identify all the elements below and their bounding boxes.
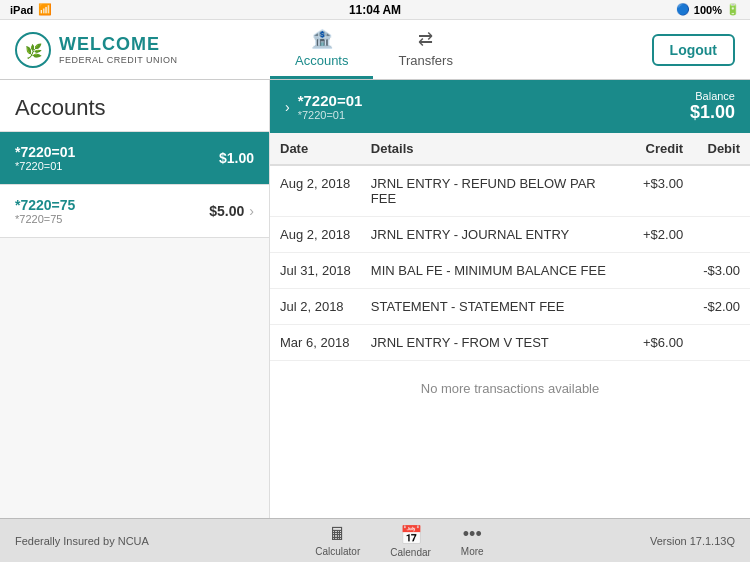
txn-debit-1 (693, 217, 750, 253)
table-row: Aug 2, 2018 JRNL ENTRY - JOURNAL ENTRY +… (270, 217, 750, 253)
txn-debit-2: -$3.00 (693, 253, 750, 289)
transaction-table: Date Details Credit Debit Aug 2, 2018 JR… (270, 133, 750, 361)
main-content: Accounts *7220=01 *7220=01 $1.00 *7220=7… (0, 80, 750, 518)
battery-label: 100% (694, 4, 722, 16)
col-debit: Debit (693, 133, 750, 165)
calendar-icon: 📅 (400, 524, 422, 546)
version-label: Version 17.1.13Q (650, 535, 735, 547)
account-balance-1: $1.00 (219, 150, 254, 166)
sidebar-title: Accounts (0, 80, 269, 132)
txn-detail-4: JRNL ENTRY - FROM V TEST (361, 325, 633, 361)
more-icon: ••• (463, 524, 482, 545)
svg-text:🌿: 🌿 (25, 43, 43, 60)
tab-accounts[interactable]: 🏦 Accounts (270, 20, 373, 79)
calendar-label: Calendar (390, 547, 431, 558)
txn-credit-0: +$3.00 (633, 165, 693, 217)
txn-balance-block: Balance $1.00 (690, 90, 735, 123)
txn-account-info: *7220=01 *7220=01 (298, 92, 363, 121)
table-row: Mar 6, 2018 JRNL ENTRY - FROM V TEST +$6… (270, 325, 750, 361)
bottom-bar: Federally Insured by NCUA 🖩 Calculator 📅… (0, 518, 750, 562)
tab-accounts-label: Accounts (295, 53, 348, 68)
txn-date-3: Jul 2, 2018 (270, 289, 361, 325)
txn-credit-3 (633, 289, 693, 325)
chevron-right-icon-2: › (249, 203, 254, 219)
bottom-tab-calendar[interactable]: 📅 Calendar (390, 524, 431, 558)
ipad-label: iPad (10, 4, 33, 16)
account-number-1: *7220=01 (15, 160, 75, 172)
logout-button[interactable]: Logout (652, 34, 735, 66)
account-item-2[interactable]: *7220=75 *7220=75 $5.00 › (0, 185, 269, 238)
txn-date-2: Jul 31, 2018 (270, 253, 361, 289)
bluetooth-icon: 🔵 (676, 3, 690, 16)
txn-debit-4 (693, 325, 750, 361)
txn-date-1: Aug 2, 2018 (270, 217, 361, 253)
txn-date-4: Mar 6, 2018 (270, 325, 361, 361)
txn-detail-3: STATEMENT - STATEMENT FEE (361, 289, 633, 325)
calculator-label: Calculator (315, 546, 360, 557)
table-row: Jul 2, 2018 STATEMENT - STATEMENT FEE -$… (270, 289, 750, 325)
txn-date-0: Aug 2, 2018 (270, 165, 361, 217)
txn-account-name: *7220=01 (298, 92, 363, 109)
wifi-icon: 📶 (38, 3, 52, 16)
table-row: Jul 31, 2018 MIN BAL FE - MINIMUM BALANC… (270, 253, 750, 289)
account-name-2: *7220=75 (15, 197, 75, 213)
logo-sub: FEDERAL CREDIT UNION (59, 55, 178, 65)
tab-transfers-label: Transfers (398, 53, 452, 68)
no-more-transactions: No more transactions available (270, 361, 750, 416)
tab-transfers[interactable]: ⇄ Transfers (373, 20, 477, 79)
transaction-panel: › *7220=01 *7220=01 Balance $1.00 Date D… (270, 80, 750, 518)
bottom-tab-more[interactable]: ••• More (461, 524, 484, 558)
battery-icon: 🔋 (726, 3, 740, 16)
account-item-1[interactable]: *7220=01 *7220=01 $1.00 (0, 132, 269, 185)
ncua-label: Federally Insured by NCUA (15, 535, 149, 547)
txn-detail-1: JRNL ENTRY - JOURNAL ENTRY (361, 217, 633, 253)
status-bar: iPad 📶 11:04 AM 🔵 100% 🔋 (0, 0, 750, 20)
bottom-tabs: 🖩 Calculator 📅 Calendar ••• More (315, 524, 483, 558)
txn-header-left: › *7220=01 *7220=01 (285, 92, 362, 121)
txn-header: › *7220=01 *7220=01 Balance $1.00 (270, 80, 750, 133)
bottom-tab-calculator[interactable]: 🖩 Calculator (315, 524, 360, 558)
status-left: iPad 📶 (10, 3, 52, 16)
col-credit: Credit (633, 133, 693, 165)
transfers-icon: ⇄ (418, 28, 433, 50)
table-header-row: Date Details Credit Debit (270, 133, 750, 165)
status-time: 11:04 AM (349, 3, 401, 17)
sidebar: Accounts *7220=01 *7220=01 $1.00 *7220=7… (0, 80, 270, 518)
txn-detail-2: MIN BAL FE - MINIMUM BALANCE FEE (361, 253, 633, 289)
more-label: More (461, 546, 484, 557)
txn-balance-amount: $1.00 (690, 102, 735, 123)
txn-debit-0 (693, 165, 750, 217)
status-right: 🔵 100% 🔋 (676, 3, 740, 16)
txn-detail-0: JRNL ENTRY - REFUND BELOW PAR FEE (361, 165, 633, 217)
txn-balance-label: Balance (690, 90, 735, 102)
account-number-2: *7220=75 (15, 213, 75, 225)
txn-credit-1: +$2.00 (633, 217, 693, 253)
txn-chevron-icon: › (285, 99, 290, 115)
col-date: Date (270, 133, 361, 165)
account-balance-2: $5.00 (209, 203, 244, 219)
calculator-icon: 🖩 (329, 524, 347, 545)
account-left-1: *7220=01 *7220=01 (15, 144, 75, 172)
account-right-1: $1.00 (219, 150, 254, 166)
account-left-2: *7220=75 *7220=75 (15, 197, 75, 225)
table-row: Aug 2, 2018 JRNL ENTRY - REFUND BELOW PA… (270, 165, 750, 217)
logo-area: 🌿 WELCOME FEDERAL CREDIT UNION (0, 32, 270, 68)
txn-debit-3: -$2.00 (693, 289, 750, 325)
header: 🌿 WELCOME FEDERAL CREDIT UNION 🏦 Account… (0, 20, 750, 80)
logo-text: WELCOME FEDERAL CREDIT UNION (59, 34, 178, 65)
logo-welcome: WELCOME (59, 34, 178, 55)
accounts-icon: 🏦 (311, 28, 333, 50)
col-details: Details (361, 133, 633, 165)
account-right-2: $5.00 › (209, 203, 254, 219)
logo-icon: 🌿 (15, 32, 51, 68)
txn-credit-4: +$6.00 (633, 325, 693, 361)
nav-tabs: 🏦 Accounts ⇄ Transfers (270, 20, 652, 79)
txn-account-number: *7220=01 (298, 109, 363, 121)
account-name-1: *7220=01 (15, 144, 75, 160)
txn-credit-2 (633, 253, 693, 289)
